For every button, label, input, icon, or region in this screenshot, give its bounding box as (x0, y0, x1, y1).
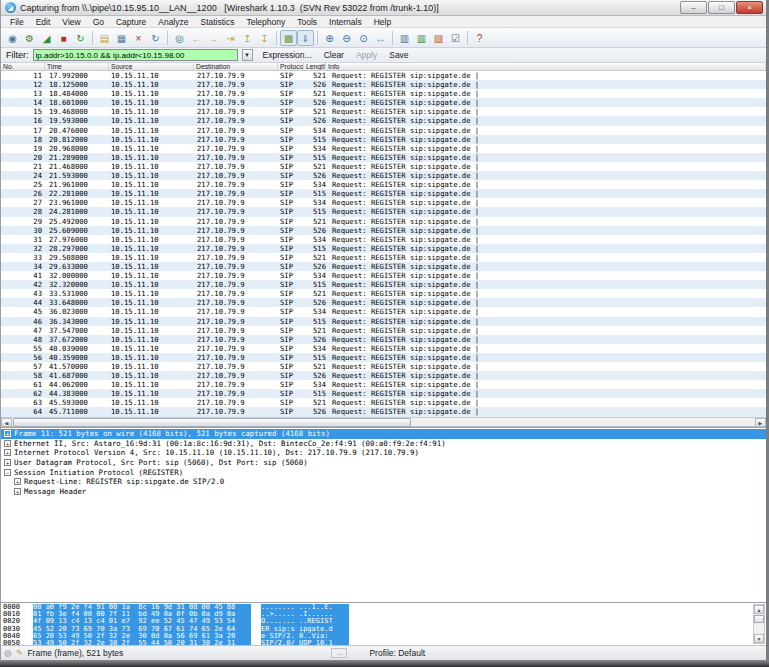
preferences-icon[interactable]: ☑ (447, 30, 464, 46)
go-last-icon[interactable]: ↧ (256, 30, 273, 46)
table-row[interactable]: 2121.46800010.15.11.10217.10.79.9SIP521R… (1, 162, 766, 171)
table-row[interactable]: 1218.12500010.15.11.10217.10.79.9SIP526R… (1, 80, 766, 89)
expert-info-icon[interactable]: ◍ (4, 647, 12, 659)
go-forward-icon[interactable]: → (205, 30, 222, 46)
menu-file[interactable]: File (4, 17, 30, 27)
table-row[interactable]: 2421.59300010.15.11.10217.10.79.9SIP526R… (1, 171, 766, 180)
table-row[interactable]: 1820.81200010.15.11.10217.10.79.9SIP515R… (1, 135, 766, 144)
menu-help[interactable]: Help (368, 17, 397, 27)
column-header-source[interactable]: Source (109, 63, 194, 70)
detail-tree-row[interactable]: +Message Header (1, 487, 766, 497)
table-row[interactable]: 2824.28100010.15.11.10217.10.79.9SIP515R… (1, 207, 766, 216)
scroll-up-icon[interactable]: ▲ (754, 605, 764, 614)
filter-expression-button[interactable]: Expression... (257, 50, 318, 60)
coloring-rules-icon[interactable]: ▨ (430, 30, 447, 46)
autoscroll-toggle-icon[interactable]: ⇓ (297, 30, 314, 46)
detail-tree-row[interactable]: +Request-Line: REGISTER sip:sipgate.de S… (1, 477, 766, 487)
column-header-no[interactable]: No. (1, 63, 45, 70)
menu-statistics[interactable]: Statistics (194, 17, 240, 27)
detail-tree-row[interactable]: +Frame 11: 521 bytes on wire (4168 bits)… (1, 429, 766, 439)
detail-tree-row[interactable]: +User Datagram Protocol, Src Port: sip (… (1, 458, 766, 468)
column-header-info[interactable]: Info (326, 63, 766, 70)
detail-tree-row[interactable]: +Internet Protocol Version 4, Src: 10.15… (1, 448, 766, 458)
scroll-down-icon[interactable]: ▼ (754, 634, 764, 643)
menu-tools[interactable]: Tools (291, 17, 323, 27)
menu-edit[interactable]: Edit (30, 17, 57, 27)
table-row[interactable]: 2521.96100010.15.11.10217.10.79.9SIP534R… (1, 180, 766, 189)
packet-list-hscrollbar[interactable]: ◀ ▶ (1, 417, 766, 427)
table-row[interactable]: 2622.28100010.15.11.10217.10.79.9SIP515R… (1, 189, 766, 198)
column-header-destination[interactable]: Destination (194, 63, 278, 70)
table-row[interactable]: 4536.02300010.15.11.10217.10.79.9SIP534R… (1, 307, 766, 316)
stop-capture-icon[interactable]: ■ (55, 30, 72, 46)
menu-view[interactable]: View (56, 17, 86, 27)
table-row[interactable]: 6244.38300010.15.11.10217.10.79.9SIP515R… (1, 389, 766, 398)
scroll-left-icon[interactable]: ◀ (1, 418, 12, 427)
filter-save-button[interactable]: Save (383, 50, 414, 60)
find-packet-icon[interactable]: ◎ (171, 30, 188, 46)
menu-capture[interactable]: Capture (110, 17, 152, 27)
open-file-icon[interactable]: ▤ (96, 30, 113, 46)
hscroll-thumb[interactable] (13, 418, 411, 427)
colorize-toggle-icon[interactable]: ▩ (280, 30, 297, 46)
expand-icon[interactable]: + (14, 488, 21, 495)
go-first-icon[interactable]: ↥ (239, 30, 256, 46)
table-row[interactable]: 1920.96800010.15.11.10217.10.79.9SIP534R… (1, 144, 766, 153)
table-row[interactable]: 4333.53100010.15.11.10217.10.79.9SIP521R… (1, 289, 766, 298)
menu-analyze[interactable]: Analyze (152, 17, 194, 27)
reload-icon[interactable]: ↻ (147, 30, 164, 46)
column-header-protocol[interactable]: Protocol (278, 63, 304, 70)
resize-columns-icon[interactable]: ↔ (372, 30, 389, 46)
close-button[interactable]: × (736, 1, 763, 14)
column-header-length[interactable]: Length (304, 63, 326, 70)
vscroll-thumb[interactable] (754, 615, 764, 623)
table-row[interactable]: 1318.48400010.15.11.10217.10.79.9SIP521R… (1, 89, 766, 98)
hex-row[interactable]: 005053 49 50 2f 32 2e 30 2f 55 44 50 20 … (1, 640, 766, 645)
table-row[interactable]: 1519.46800010.15.11.10217.10.79.9SIP521R… (1, 107, 766, 116)
table-row[interactable]: 1720.47600010.15.11.10217.10.79.9SIP534R… (1, 126, 766, 135)
capture-comment-icon[interactable]: ✎ (16, 647, 24, 659)
table-row[interactable]: 5540.03900010.15.11.10217.10.79.9SIP534R… (1, 344, 766, 353)
table-row[interactable]: 5640.35900010.15.11.10217.10.79.9SIP515R… (1, 353, 766, 362)
table-row[interactable]: 6144.06200010.15.11.10217.10.79.9SIP534R… (1, 380, 766, 389)
filter-dropdown-icon[interactable]: ▼ (242, 49, 253, 61)
save-file-icon[interactable]: ▦ (113, 30, 130, 46)
table-row[interactable]: 4132.00000010.15.11.10217.10.79.9SIP534R… (1, 271, 766, 280)
table-row[interactable]: 6445.71100010.15.11.10217.10.79.9SIP526R… (1, 407, 766, 416)
table-row[interactable]: 1418.60100010.15.11.10217.10.79.9SIP526R… (1, 98, 766, 107)
detail-tree-row[interactable]: −Session Initiation Protocol (REGISTER) (1, 467, 766, 477)
expand-icon[interactable]: + (14, 478, 21, 485)
menu-go[interactable]: Go (87, 17, 110, 27)
expand-icon[interactable]: + (4, 430, 11, 437)
close-file-icon[interactable]: × (130, 30, 147, 46)
maximize-button[interactable]: □ (708, 1, 735, 14)
table-row[interactable]: 4232.32000010.15.11.10217.10.79.9SIP515R… (1, 280, 766, 289)
table-row[interactable]: 6345.59300010.15.11.10217.10.79.9SIP521R… (1, 398, 766, 407)
filter-clear-button[interactable]: Clear (318, 50, 350, 60)
menu-internals[interactable]: Internals (323, 17, 368, 27)
expand-icon[interactable]: + (4, 440, 11, 447)
collapse-icon[interactable]: − (4, 469, 11, 476)
hex-vscrollbar[interactable]: ▲ ▼ (753, 604, 765, 644)
expand-icon[interactable]: + (4, 449, 11, 456)
expand-icon[interactable]: + (4, 459, 11, 466)
table-row[interactable]: 3127.97600010.15.11.10217.10.79.9SIP534R… (1, 235, 766, 244)
table-row[interactable]: 1619.59300010.15.11.10217.10.79.9SIP526R… (1, 116, 766, 125)
table-row[interactable]: 3025.60900010.15.11.10217.10.79.9SIP526R… (1, 226, 766, 235)
table-row[interactable]: 4636.34300010.15.11.10217.10.79.9SIP515R… (1, 317, 766, 326)
restart-capture-icon[interactable]: ↻ (72, 30, 89, 46)
statusbar-grip[interactable]: … (331, 648, 347, 658)
zoom-100-icon[interactable]: ⊙ (355, 30, 372, 46)
go-to-packet-icon[interactable]: ⇥ (222, 30, 239, 46)
scroll-right-icon[interactable]: ▶ (755, 418, 766, 427)
table-row[interactable]: 1117.99200010.15.11.10217.10.79.9SIP521R… (1, 71, 766, 80)
help-icon[interactable]: ? (471, 30, 488, 46)
table-row[interactable]: 3429.63300010.15.11.10217.10.79.9SIP526R… (1, 262, 766, 271)
table-row[interactable]: 5841.68700010.15.11.10217.10.79.9SIP526R… (1, 371, 766, 380)
zoom-in-icon[interactable]: ⊕ (321, 30, 338, 46)
title-bar[interactable]: ◢ Capturing from \\.\pipe\10.15.95.10__L… (1, 0, 766, 16)
table-row[interactable]: 3329.50800010.15.11.10217.10.79.9SIP521R… (1, 253, 766, 262)
start-capture-icon[interactable]: ◢ (38, 30, 55, 46)
capture-options-icon[interactable]: ⚙ (21, 30, 38, 46)
display-filters-icon[interactable]: ▥ (413, 30, 430, 46)
